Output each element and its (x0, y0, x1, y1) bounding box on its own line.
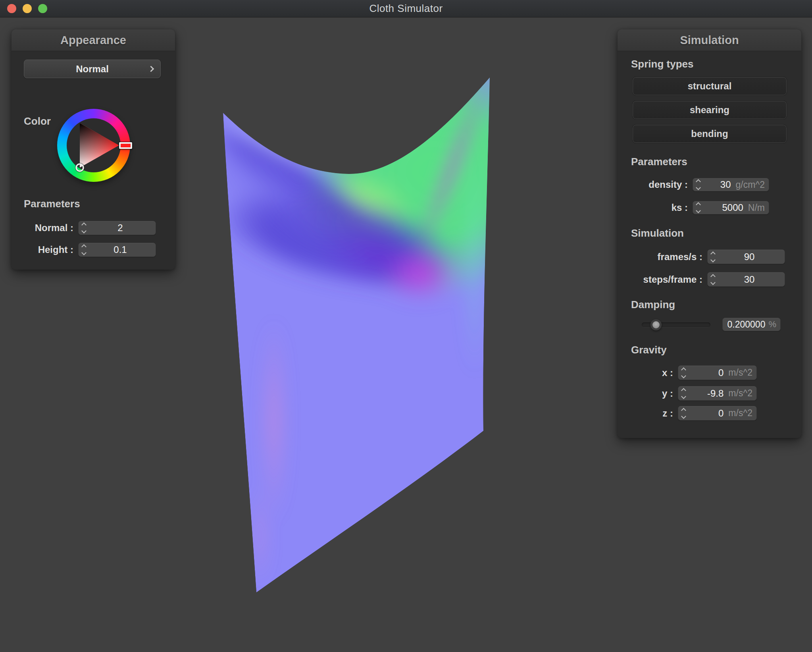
ks-spinner[interactable]: 5000 N/m (693, 201, 769, 214)
steps-row: steps/frame : 30 (631, 272, 785, 287)
gravity-x-row: x : 0 m/s^2 (631, 365, 757, 380)
spinner-arrows-icon[interactable] (82, 223, 86, 233)
gravity-z-unit: m/s^2 (728, 408, 752, 419)
density-unit: g/cm^2 (736, 179, 765, 190)
cloth-mesh (169, 44, 562, 592)
density-label: density : (631, 179, 688, 190)
gravity-y-spinner[interactable]: -9.8 m/s^2 (678, 386, 757, 401)
appearance-panel: Appearance Normal Color (12, 29, 175, 270)
simulation-panel: Simulation Spring types structural shear… (618, 29, 801, 438)
gravity-y-label: y : (631, 388, 673, 399)
gravity-x-unit: m/s^2 (728, 367, 752, 378)
bending-spring-button-label: bending (691, 128, 728, 139)
height-value[interactable]: 0.1 (89, 244, 152, 255)
gravity-x-label: x : (631, 367, 673, 378)
simulation-panel-title: Simulation (680, 34, 739, 47)
shearing-spring-button[interactable]: shearing (633, 101, 787, 119)
ks-row: ks : 5000 N/m (631, 201, 769, 214)
ks-unit: N/m (748, 203, 765, 213)
steps-label: steps/frame : (631, 274, 702, 285)
damping-value-box[interactable]: 0.200000 % (722, 318, 781, 331)
shearing-spring-button-label: shearing (690, 104, 729, 116)
gravity-y-unit: m/s^2 (728, 388, 752, 399)
window-controls (7, 4, 47, 13)
gravity-x-value[interactable]: 0 (689, 367, 723, 378)
gravity-z-spinner[interactable]: 0 m/s^2 (678, 406, 757, 421)
app-window: Cloth Simulator (0, 0, 812, 652)
gravity-z-value[interactable]: 0 (689, 408, 723, 419)
steps-spinner[interactable]: 30 (707, 272, 785, 287)
frames-value[interactable]: 90 (718, 251, 781, 262)
frames-row: frames/s : 90 (631, 249, 785, 264)
frames-spinner[interactable]: 90 (707, 249, 785, 264)
hue-marker[interactable] (119, 142, 132, 149)
appearance-panel-header: Appearance (12, 29, 175, 51)
gravity-label: Gravity (631, 344, 667, 356)
damping-slider-knob[interactable] (650, 319, 662, 330)
simulation-panel-header: Simulation (618, 29, 801, 51)
shader-dropdown[interactable]: Normal (24, 60, 161, 78)
normal-parameter-label: Normal : (24, 222, 73, 233)
density-row: density : 30 g/cm^2 (631, 178, 769, 191)
color-section-label: Color (24, 115, 51, 127)
damping-label: Damping (631, 299, 675, 311)
spring-types-label: Spring types (631, 58, 693, 70)
simulation-parameters-label: Parameters (631, 156, 687, 168)
spinner-arrows-icon[interactable] (711, 275, 715, 284)
spinner-arrows-icon[interactable] (697, 180, 700, 189)
window-title: Cloth Simulator (369, 2, 443, 15)
bending-spring-button[interactable]: bending (633, 125, 787, 143)
structural-spring-button[interactable]: structural (633, 77, 787, 95)
gravity-z-row: z : 0 m/s^2 (631, 406, 757, 421)
gravity-x-spinner[interactable]: 0 m/s^2 (678, 365, 757, 380)
gravity-y-value[interactable]: -9.8 (689, 388, 723, 399)
appearance-parameters-label: Parameters (24, 198, 80, 210)
gravity-z-label: z : (631, 408, 673, 419)
gravity-y-row: y : -9.8 m/s^2 (631, 386, 757, 401)
damping-unit: % (768, 319, 776, 330)
normal-spinner[interactable]: 2 (78, 221, 156, 235)
spinner-arrows-icon[interactable] (682, 389, 685, 398)
density-value[interactable]: 30 (703, 179, 731, 190)
spinner-arrows-icon[interactable] (711, 252, 715, 262)
ks-label: ks : (631, 202, 688, 213)
close-button[interactable] (7, 4, 16, 13)
color-wheel[interactable] (57, 109, 130, 182)
height-parameter-label: Height : (24, 244, 73, 255)
ks-value[interactable]: 5000 (703, 202, 743, 213)
spinner-arrows-icon[interactable] (682, 409, 685, 418)
minimize-button[interactable] (23, 4, 32, 13)
shader-dropdown-value: Normal (76, 64, 109, 75)
density-spinner[interactable]: 30 g/cm^2 (693, 178, 769, 191)
appearance-panel-title: Appearance (60, 34, 126, 47)
spinner-arrows-icon[interactable] (82, 245, 86, 255)
frames-label: frames/s : (631, 251, 702, 262)
spinner-arrows-icon[interactable] (682, 368, 685, 378)
structural-spring-button-label: structural (688, 81, 732, 92)
damping-slider[interactable] (642, 322, 710, 327)
zoom-button[interactable] (38, 4, 47, 13)
spinner-arrows-icon[interactable] (697, 203, 700, 212)
steps-value[interactable]: 30 (718, 274, 781, 285)
simulation-section-label: Simulation (631, 227, 684, 239)
damping-value[interactable]: 0.200000 (727, 319, 766, 330)
chevron-right-icon (148, 66, 154, 72)
height-spinner[interactable]: 0.1 (78, 243, 156, 257)
normal-value[interactable]: 2 (89, 222, 152, 233)
title-bar: Cloth Simulator (0, 0, 812, 17)
height-parameter-row: Height : 0.1 (24, 243, 156, 257)
normal-parameter-row: Normal : 2 (24, 221, 156, 235)
